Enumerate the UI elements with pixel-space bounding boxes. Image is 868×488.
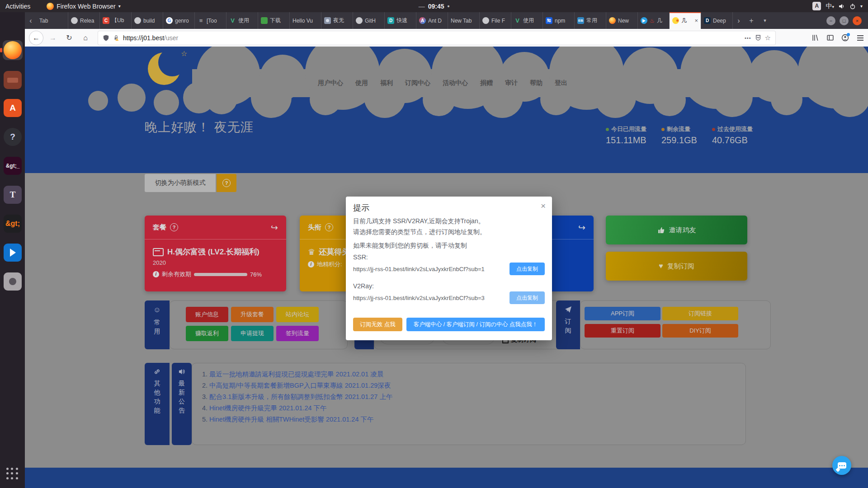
withdraw-button[interactable]: 申请提现 [231,326,274,341]
dock-terminal[interactable]: &gt;_ [3,156,23,176]
copy-subscription-button[interactable]: ♥ 复制订阅 [606,252,747,281]
tab-14[interactable]: File F [480,12,511,29]
url-bar[interactable]: https://j01.best/user ••• ☆ [98,31,775,45]
tab-15[interactable]: V使用 [511,12,543,29]
input-method-icon[interactable]: A [812,2,821,10]
tab-10[interactable]: GitH [353,12,385,29]
nav-subscription-center[interactable]: 订阅中心 [405,79,430,87]
share-icon[interactable]: ↪ [271,222,278,233]
tab-13[interactable]: New Tab [448,12,480,29]
activities-button[interactable]: Activities [5,3,30,10]
nav-user-center[interactable]: 用户中心 [318,79,343,87]
announcement-link[interactable]: Hinet機房硬件升級完畢 2021.01.24 下午 [209,404,326,412]
announcement-link[interactable]: 最近一批地精邀請返利提現已提現處理完畢 2021.02.01 凌晨 [209,371,383,378]
account-button[interactable] [841,34,849,42]
announcement-link[interactable]: Hinet機房硬件升級 相關TWHinet受影響 2021.01.24 下午 [209,416,373,423]
new-tab-button[interactable]: + [745,12,758,29]
dock-vscode[interactable] [3,243,23,263]
chat-widget-button[interactable] [832,456,851,475]
mode-toggle-help-button[interactable]: ? [217,174,236,192]
announcement-link[interactable]: 配合3.1新版本升級，所有餘額調整到抵扣金幣 2021.01.27 上午 [209,393,392,400]
other-functions-tab[interactable]: 其他功能 [145,363,170,445]
tab-18[interactable]: New [606,12,638,29]
menu-icon[interactable] [857,35,863,41]
tab-9[interactable]: 夜无 [321,12,353,29]
diy-subscription-button[interactable]: DIY订阅 [662,324,738,338]
tab-2[interactable]: C【Ub [100,12,132,29]
nav-activity-center[interactable]: 活动中心 [443,79,468,87]
share-icon[interactable]: ↪ [578,222,585,233]
nav-help[interactable]: 帮助 [530,79,542,87]
dock-app-red[interactable] [3,70,23,90]
dock-screenshot-tool[interactable] [3,272,23,291]
mode-toggle-button[interactable]: 切换为小萌新模式 [145,174,216,192]
save-to-pocket-icon[interactable] [755,34,761,41]
nav-donate[interactable]: 捐赠 [480,79,493,87]
language-indicator[interactable]: 中▾ [826,2,834,10]
invite-friends-button[interactable]: 邀请鸡友 [606,216,747,244]
tab-12[interactable]: AAnt D [416,12,448,29]
close-window-button[interactable]: × [853,16,862,25]
client-center-button[interactable]: 客户端中心 / 客户端订阅 / 订阅の中心 点我点我！ [406,318,545,331]
show-applications-button[interactable] [6,468,19,480]
account-info-button[interactable]: 账户信息 [186,307,228,322]
lock-warning-icon[interactable] [113,34,119,41]
dock-ubuntu-software[interactable]: A [3,98,23,118]
subscription-tab[interactable]: 订阅 [556,300,580,349]
dock-help[interactable]: ? [3,127,23,147]
tab-19[interactable]: ♨几 [638,12,670,29]
announcement-link[interactable]: 中高短期/中等長期套餐新增BGP入口華東專線 2021.01.29深夜 [209,382,391,389]
bookmark-star-icon[interactable]: ☆ [765,34,771,42]
app-subscription-button[interactable]: APP订阅 [585,307,660,320]
page-actions-icon[interactable]: ••• [745,35,751,41]
close-tab-icon[interactable]: × [694,17,698,24]
tab-17[interactable]: EB常用 [575,12,606,29]
library-icon[interactable] [811,34,819,42]
maximize-button[interactable]: □ [840,16,849,25]
tab-16[interactable]: 知npm [543,12,575,29]
reset-subscription-button[interactable]: 重置订阅 [585,324,660,338]
dock-firefox[interactable] [3,40,23,60]
tab-0[interactable]: Tab [37,12,68,29]
tab-21[interactable]: DDeep [701,12,733,29]
upgrade-plan-button[interactable]: 升级套餐 [231,307,274,322]
clock[interactable]: — 09:45 • [419,3,450,10]
scroll-tabs-left-button[interactable]: ‹ [25,12,37,29]
nav-audit[interactable]: 审计 [505,79,518,87]
tab-active[interactable]: 几× [670,12,701,29]
tab-4[interactable]: Ggenro [163,12,195,29]
tab-8[interactable]: Hello Vu [290,12,321,29]
power-icon[interactable] [849,3,856,9]
scroll-tabs-right-button[interactable]: › [733,12,745,29]
subscription-invalid-button[interactable]: 订阅无效 点我 [353,318,402,331]
v2ray-copy-button[interactable]: 点击复制 [509,291,545,304]
reload-button[interactable]: ↻ [63,32,75,44]
earn-rebate-button[interactable]: 赚取返利 [186,326,228,341]
tab-6[interactable]: V使用 [226,12,258,29]
checkin-traffic-button[interactable]: 签到流量 [276,326,319,341]
question-icon[interactable]: ? [325,223,333,231]
shield-icon[interactable] [103,34,109,42]
tab-11[interactable]: D快速 [385,12,416,29]
common-tab[interactable]: ☺ 常用 [145,300,170,349]
sidebar-icon[interactable] [826,34,834,42]
latest-announcements-tab[interactable]: 最新公告 [172,363,192,445]
tab-5[interactable]: ≡[Too [195,12,226,29]
minimize-button[interactable]: − [826,16,835,25]
forum-button[interactable]: 站内论坛 [276,307,319,322]
app-menu[interactable]: Firefox Web Browser ▾ [47,3,120,10]
chevron-down-icon[interactable]: ▾ [860,4,863,9]
nav-logout[interactable]: 登出 [555,79,567,87]
close-icon[interactable]: × [541,201,546,211]
list-all-tabs-button[interactable]: ▾ [758,12,772,29]
tab-3[interactable]: build [132,12,163,29]
tab-7[interactable]: 下载 [258,12,290,29]
nav-welfare[interactable]: 福利 [380,79,393,87]
dock-terminal-alt[interactable]: &gt; [3,214,23,234]
tab-1[interactable]: Relea [68,12,100,29]
home-button[interactable]: ⌂ [79,32,92,44]
volume-icon[interactable] [839,3,845,9]
question-icon[interactable]: ? [170,223,178,231]
subscription-link-button[interactable]: 订阅链接 [662,307,738,320]
ssr-copy-button[interactable]: 点击复制 [509,263,545,275]
